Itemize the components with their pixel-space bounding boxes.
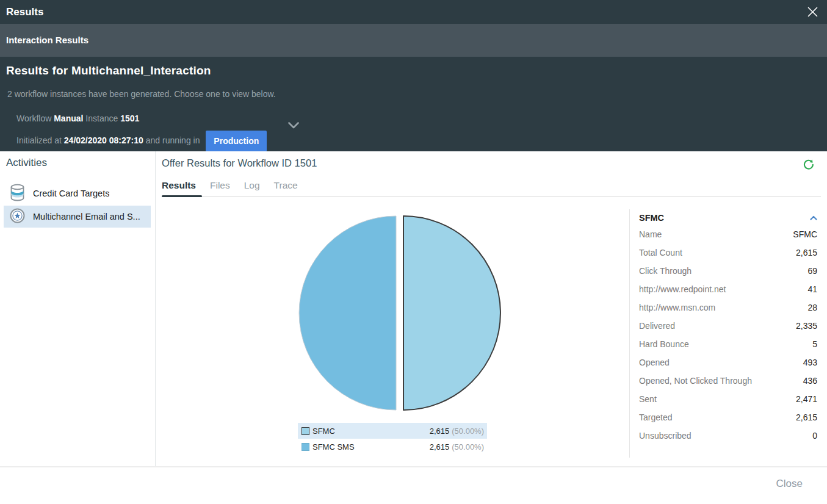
footer-divider: [0, 466, 827, 467]
legend-swatch: [302, 427, 309, 435]
workflow-label: Workflow: [16, 113, 51, 123]
workflow-name: Manual: [54, 113, 83, 123]
detail-row: Delivered2,335: [639, 317, 817, 335]
chevron-up-icon: [810, 215, 817, 220]
chevron-down-icon[interactable]: [287, 121, 300, 132]
workflow-line: Workflow Manual Instance 1501: [16, 113, 139, 123]
instance-label: Instance: [85, 113, 118, 123]
running-in-label: and running in: [146, 135, 200, 145]
tab-log[interactable]: Log: [244, 180, 260, 191]
tab-results[interactable]: Results: [162, 180, 196, 191]
initialized-timestamp: 24/02/2020 08:27:10: [64, 135, 143, 145]
close-icon[interactable]: [807, 7, 818, 17]
detail-row-link: http://www.redpoint.net41: [639, 280, 817, 298]
close-button[interactable]: Close: [776, 478, 803, 490]
pie-chart-container: [297, 213, 503, 414]
content-area: Activities Credit Card Targets: [0, 151, 827, 504]
pie-legend: SFMC 2,615 (50.00%) SFMC SMS 2,615 (50.0…: [298, 423, 487, 455]
toolbar-title: Interaction Results: [6, 24, 88, 57]
details-header[interactable]: SFMC: [639, 211, 817, 225]
legend-percent: (50.00%): [452, 442, 484, 452]
legend-label: SFMC SMS: [312, 442, 355, 452]
detail-row: NameSFMC: [639, 225, 817, 243]
sidebar-item-credit-card-targets[interactable]: Credit Card Targets: [4, 182, 151, 204]
dialog-titlebar: Results: [0, 0, 827, 24]
pie-slice-sfmc[interactable]: [403, 216, 500, 410]
detail-row: Targeted2,615: [639, 408, 817, 427]
legend-swatch: [302, 443, 309, 451]
offer-star-icon: [10, 208, 25, 225]
tab-files[interactable]: Files: [210, 180, 230, 191]
instance-id: 1501: [120, 113, 139, 123]
detail-row: Opened, Not Clicked Through436: [639, 372, 817, 390]
tab-rule: [162, 196, 821, 197]
detail-row-link: http://www.msn.com28: [639, 298, 817, 317]
initialized-label: Initialized at: [16, 135, 62, 145]
database-icon: [10, 184, 25, 203]
legend-value: 2,615: [430, 442, 450, 452]
details-divider: [629, 209, 630, 458]
sidebar-divider: [155, 151, 156, 466]
environment-badge[interactable]: Production: [206, 131, 267, 152]
sidebar-item-label: Multichannel Email and S...: [33, 212, 140, 221]
interaction-results-toolbar: Interaction Results: [0, 24, 827, 57]
dialog-title: Results: [6, 0, 43, 24]
detail-row: Opened493: [639, 353, 817, 372]
legend-label: SFMC: [312, 427, 335, 436]
detail-row: Total Count2,615: [639, 243, 817, 262]
tab-trace[interactable]: Trace: [274, 180, 298, 191]
offer-details-panel: SFMC NameSFMC Total Count2,615 Click Thr…: [639, 211, 817, 445]
detail-row: Hard Bounce5: [639, 335, 817, 353]
sidebar-item-multichannel-email[interactable]: Multichannel Email and S...: [4, 206, 151, 228]
active-tab-underline: [162, 195, 202, 197]
results-header: Results for Multichannel_Interaction 2 w…: [0, 57, 827, 151]
legend-row-sfmc[interactable]: SFMC 2,615 (50.00%): [298, 423, 487, 439]
detail-row: Unsubscribed0: [639, 427, 817, 445]
legend-row-sfmc-sms[interactable]: SFMC SMS 2,615 (50.00%): [298, 439, 487, 455]
detail-row: Sent2,471: [639, 390, 817, 408]
legend-value: 2,615: [430, 427, 450, 436]
pie-chart[interactable]: [297, 213, 503, 414]
sidebar-item-label: Credit Card Targets: [33, 189, 109, 198]
activities-title: Activities: [6, 157, 47, 169]
results-dialog: Results Interaction Results: [0, 0, 827, 504]
refresh-icon[interactable]: [803, 158, 815, 170]
results-tabs: Results Files Log Trace: [162, 180, 298, 191]
details-title: SFMC: [639, 213, 664, 223]
pie-slice-sfmc-sms[interactable]: [299, 216, 396, 410]
results-header-subtitle: 2 workflow instances have been generated…: [7, 89, 276, 99]
offer-results-title: Offer Results for Workflow ID 1501: [162, 157, 317, 169]
legend-percent: (50.00%): [452, 427, 484, 436]
detail-row: Click Through69: [639, 262, 817, 280]
results-header-title: Results for Multichannel_Interaction: [6, 64, 211, 77]
initialized-line: Initialized at 24/02/2020 08:27:10 and r…: [16, 131, 267, 152]
